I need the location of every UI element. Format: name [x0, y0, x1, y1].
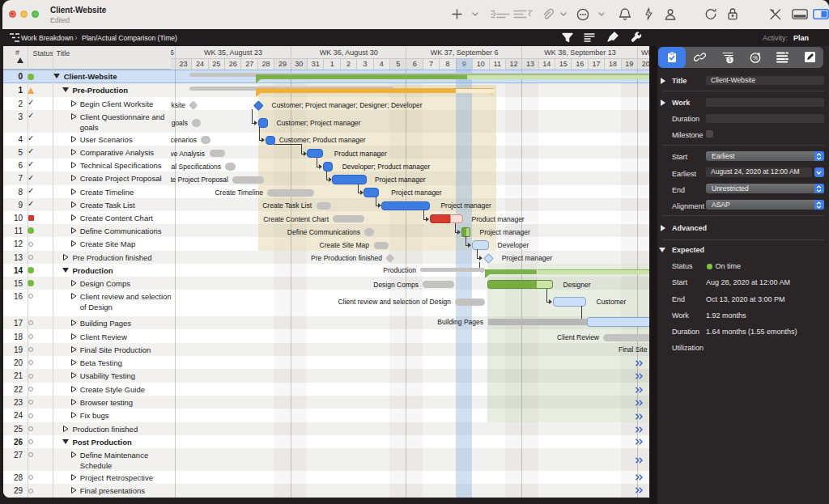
svg-text:%: %: [753, 55, 758, 61]
svg-text:$: $: [729, 57, 732, 62]
